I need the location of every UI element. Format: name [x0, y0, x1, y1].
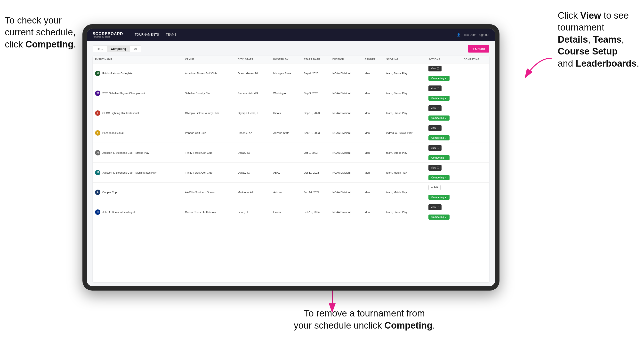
cell-scoring: team, Match Play — [384, 182, 426, 202]
team-logo: Y — [95, 130, 100, 136]
team-logo: W — [95, 91, 100, 96]
cell-scoring: team, Stroke Play — [384, 103, 426, 123]
cell-venue: American Dunes Golf Club — [182, 63, 235, 83]
cell-event-name: A Copper Cup — [92, 182, 182, 202]
filter-tab-home[interactable]: Ho... — [93, 46, 107, 52]
edit-button[interactable]: ✏ Edit — [428, 185, 440, 190]
competing-button[interactable]: Competing ✓ — [428, 175, 450, 180]
table-header-row: EVENT NAME VENUE CITY, STATE HOSTED BY S… — [92, 56, 489, 63]
cell-venue: Ak-Chin Southern Dunes — [182, 182, 235, 202]
cell-start-date: Sep 18, 2023 — [302, 123, 330, 143]
tablet-frame: SCOREBOARD Powered by clippi TOURNAMENTS… — [82, 24, 500, 291]
event-name-text: John A. Burns Intercollegiate — [102, 211, 136, 213]
event-name-text: Folds of Honor Collegiate — [102, 72, 132, 75]
annotation-tl-line3-end: . — [74, 39, 76, 49]
event-name-text: 2023 Sahalee Players Championship — [102, 92, 146, 95]
view-button[interactable]: View ⓘ — [428, 204, 442, 210]
competing-button[interactable]: Competing ✓ — [428, 195, 450, 200]
annotation-tr-teams: Teams — [593, 34, 622, 44]
view-button[interactable]: View ⓘ — [428, 145, 442, 151]
annotation-top-right: Click View to see tournament Details, Te… — [558, 10, 639, 69]
cell-city-state: Grand Haven, MI — [235, 63, 271, 83]
cell-venue: Olympia Fields Country Club — [182, 103, 235, 123]
cell-hosted-by: Michigan State — [271, 63, 302, 83]
view-button[interactable]: View ⓘ — [428, 165, 442, 171]
cell-start-date: Jan 14, 2024 — [302, 182, 330, 202]
cell-scoring: team, Stroke Play — [384, 202, 426, 222]
table-row: JT Jackson T. Stephens Cup – Stroke Play… — [92, 143, 489, 163]
cell-city-state: Maricopa, AZ — [235, 182, 271, 202]
cell-division: NCAA Division I — [330, 123, 362, 143]
table-row: A Copper Cup Ak-Chin Southern Dunes Mari… — [92, 182, 489, 202]
cell-event-name: Y Papago Individual — [92, 123, 182, 143]
cell-venue: Ocean Course At Hokuala — [182, 202, 235, 222]
cell-gender: Men — [362, 63, 384, 83]
cell-competing: Competing ✓ — [426, 93, 461, 103]
cell-scoring: individual, Stroke Play — [384, 123, 426, 143]
cell-competing: Competing ✓ — [426, 113, 461, 123]
create-button[interactable]: + Create — [468, 45, 489, 52]
filter-tab-competing[interactable]: Competing — [107, 46, 130, 52]
cell-actions: View ⓘ — [426, 163, 461, 173]
cell-division: NCAA Division I — [330, 143, 362, 163]
nav-links: TOURNAMENTS TEAMS — [135, 33, 177, 37]
cell-hosted-by — [271, 143, 302, 163]
tournaments-table: EVENT NAME VENUE CITY, STATE HOSTED BY S… — [92, 56, 489, 222]
cell-hosted-by: Washington — [271, 83, 302, 103]
competing-button[interactable]: Competing ✓ — [428, 116, 450, 121]
cell-gender: Men — [362, 123, 384, 143]
view-button[interactable]: View ⓘ — [428, 85, 442, 91]
col-scoring: SCORING — [384, 56, 426, 63]
sign-out-link[interactable]: Sign out — [479, 33, 489, 36]
event-name-text: Copper Cup — [102, 191, 117, 194]
view-button[interactable]: View ⓘ — [428, 105, 442, 111]
cell-hosted-by: Hawaii — [271, 202, 302, 222]
annotation-tr-line1: Click View to see — [558, 10, 629, 20]
annotation-tr-leaderboards: Leaderboards — [576, 58, 636, 68]
user-label: Test User — [463, 33, 476, 36]
cell-competing: Competing ✓ — [426, 74, 461, 83]
competing-button[interactable]: Competing ✓ — [428, 96, 450, 101]
table-row: W 2023 Sahalee Players Championship Saha… — [92, 83, 489, 103]
cell-scoring: team, Stroke Play — [384, 83, 426, 103]
competing-button[interactable]: Competing ✓ — [428, 155, 450, 160]
cell-competing: Competing ✓ — [426, 173, 461, 182]
annotation-tr-line2: tournament — [558, 22, 604, 32]
cell-venue: Trinity Forest Golf Club — [182, 143, 235, 163]
cell-division: NCAA Division I — [330, 182, 362, 202]
cell-hosted-by: Illinois — [271, 103, 302, 123]
annotation-tl-line2: current schedule, — [5, 27, 76, 37]
cell-event-name: H John A. Burns Intercollegiate — [92, 202, 182, 222]
view-button[interactable]: View ⓘ — [428, 66, 442, 71]
team-logo: M — [95, 71, 100, 76]
cell-actions: View ⓘ — [426, 83, 461, 93]
competing-button[interactable]: Competing ✓ — [428, 214, 450, 220]
tournaments-table-wrap: EVENT NAME VENUE CITY, STATE HOSTED BY S… — [92, 56, 489, 282]
cell-competing: Competing ✓ — [426, 212, 461, 222]
nav-teams[interactable]: TEAMS — [166, 33, 177, 37]
col-city-state: CITY, STATE — [235, 56, 271, 63]
nav-tournaments[interactable]: TOURNAMENTS — [135, 33, 159, 37]
brand-logo: SCOREBOARD Powered by clippi — [92, 32, 123, 38]
filter-tab-all[interactable]: All — [130, 46, 141, 52]
team-logo: JT — [95, 150, 100, 156]
cell-actions: View ⓘ — [426, 202, 461, 212]
cell-gender: Men — [362, 103, 384, 123]
event-name-text: Jackson T. Stephens Cup – Men's Match Pl… — [102, 171, 156, 174]
table-row: JT Jackson T. Stephens Cup – Men's Match… — [92, 163, 489, 182]
col-hosted-by: HOSTED BY — [271, 56, 302, 63]
cell-scoring: team, Match Play — [384, 163, 426, 182]
cell-city-state: Dallas, TX — [235, 143, 271, 163]
competing-button[interactable]: Competing ✓ — [428, 76, 450, 81]
cell-venue: Trinity Forest Golf Club — [182, 163, 235, 182]
annotation-tr-details: Details — [558, 34, 588, 44]
cell-scoring: team, Stroke Play — [384, 63, 426, 83]
cell-event-name: M Folds of Honor Collegiate — [92, 63, 182, 83]
view-button[interactable]: View ⓘ — [428, 125, 442, 131]
cell-event-name: JT Jackson T. Stephens Cup – Men's Match… — [92, 163, 182, 182]
competing-button[interactable]: Competing ✓ — [428, 135, 450, 141]
content-area: Ho... Competing All + Create EVENT NAME … — [87, 41, 495, 286]
cell-actions: ✏ Edit — [426, 182, 461, 192]
annotation-tl-line3-bold: Competing — [25, 39, 73, 49]
col-division: DIVISION — [330, 56, 362, 63]
